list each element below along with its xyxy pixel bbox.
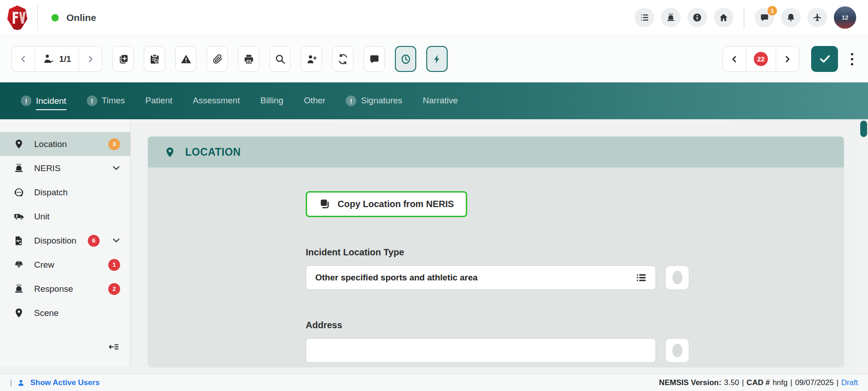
tab-incident[interactable]: ! Incident bbox=[21, 96, 66, 106]
forms-button[interactable] bbox=[144, 46, 165, 72]
next-validation-button[interactable] bbox=[776, 46, 799, 71]
address-field: Address bbox=[306, 320, 844, 363]
helmet-icon bbox=[14, 259, 24, 270]
sync-button[interactable] bbox=[332, 46, 353, 72]
print-icon bbox=[243, 54, 254, 65]
siren-icon bbox=[14, 284, 24, 294]
navbar-actions: 1 12 bbox=[635, 6, 856, 29]
add-record-button[interactable] bbox=[112, 46, 134, 72]
search-button[interactable] bbox=[269, 46, 291, 72]
sidebar-badge: 6 bbox=[88, 235, 100, 247]
document-icon bbox=[14, 235, 24, 246]
chevron-down-icon bbox=[112, 237, 120, 244]
toggle-oval bbox=[672, 271, 682, 284]
sidebar-item-response[interactable]: Response 2 bbox=[0, 277, 130, 301]
tab-signatures[interactable]: ! Signatures bbox=[346, 96, 402, 107]
quick-actions-button[interactable] bbox=[426, 46, 448, 72]
incident-location-type-input[interactable]: Other specified sports and athletic area bbox=[306, 265, 656, 290]
previous-validation-button[interactable] bbox=[723, 46, 746, 71]
collapse-sidebar-icon bbox=[108, 341, 119, 352]
chevron-right-icon bbox=[87, 56, 94, 63]
comments-button[interactable] bbox=[363, 46, 385, 72]
list-select-icon[interactable] bbox=[636, 272, 646, 283]
tab-patient[interactable]: Patient bbox=[146, 96, 172, 107]
more-options-button[interactable] bbox=[848, 50, 857, 69]
sidebar-item-neris[interactable]: NERIS bbox=[0, 156, 130, 180]
paperclip-icon bbox=[212, 54, 223, 65]
copy-icon bbox=[319, 198, 330, 210]
tab-assessment[interactable]: Assessment bbox=[193, 96, 240, 107]
section-sidebar: Location 3 NERIS Dispatch bbox=[0, 119, 131, 367]
sidebar-item-scene[interactable]: Scene bbox=[0, 301, 130, 325]
vertical-scrollbar[interactable] bbox=[859, 119, 868, 374]
sidebar-item-unit[interactable]: Unit bbox=[0, 204, 130, 229]
messages-button[interactable]: 1 bbox=[755, 8, 774, 27]
connection-status: Online bbox=[51, 12, 96, 23]
field-label: Incident Location Type bbox=[306, 247, 844, 258]
location-type-toggle-button[interactable] bbox=[665, 265, 689, 290]
home-button[interactable] bbox=[714, 8, 733, 27]
clock-icon bbox=[400, 54, 411, 65]
alerts-button[interactable] bbox=[175, 46, 197, 72]
tab-billing[interactable]: Billing bbox=[260, 96, 283, 107]
tab-narrative[interactable]: Narrative bbox=[423, 96, 458, 107]
record-date: 09/07/2025 bbox=[795, 378, 834, 387]
chevron-right-icon bbox=[784, 56, 791, 63]
app-logo-icon[interactable] bbox=[7, 5, 27, 30]
validation-badge: 22 bbox=[754, 52, 768, 66]
chevron-left-icon bbox=[20, 56, 27, 63]
siren-button[interactable] bbox=[661, 8, 681, 27]
person-icon bbox=[17, 379, 25, 387]
divider bbox=[744, 7, 744, 29]
tab-times[interactable]: ! Times bbox=[87, 96, 125, 107]
person-add-icon bbox=[306, 54, 317, 65]
address-toggle-button[interactable] bbox=[665, 338, 689, 363]
pin-icon bbox=[164, 147, 176, 158]
address-input[interactable] bbox=[306, 338, 656, 363]
next-patient-button[interactable] bbox=[79, 46, 102, 71]
sync-icon bbox=[338, 54, 348, 65]
validation-pager: 22 bbox=[722, 46, 799, 72]
sidebar-badge: 3 bbox=[108, 138, 120, 150]
list-icon bbox=[640, 13, 649, 22]
record-tabs: ! Incident ! Times Patient Assessment Bi… bbox=[0, 82, 868, 119]
travel-mode-button[interactable] bbox=[807, 8, 827, 27]
status-bar: | Show Active Users NEMSIS Version: 3.50… bbox=[0, 374, 868, 391]
tab-other[interactable]: Other bbox=[304, 96, 326, 107]
search-icon bbox=[275, 54, 286, 65]
validation-count[interactable]: 22 bbox=[746, 46, 776, 71]
sidebar-item-disposition[interactable]: Disposition 6 bbox=[0, 229, 130, 253]
alert-badge: ! bbox=[21, 96, 31, 106]
add-person-button[interactable] bbox=[301, 46, 322, 72]
sidebar-item-label: Response bbox=[34, 284, 73, 294]
pin-icon bbox=[14, 139, 24, 149]
toggle-oval bbox=[672, 344, 682, 357]
copy-location-from-neris-button[interactable]: Copy Location from NERIS bbox=[306, 191, 467, 217]
attachments-button[interactable] bbox=[207, 46, 228, 72]
info-icon bbox=[692, 13, 702, 22]
bell-icon bbox=[786, 13, 796, 22]
patient-count[interactable]: 1/1 bbox=[35, 46, 79, 71]
notifications-button[interactable] bbox=[781, 8, 801, 27]
headset-icon bbox=[14, 187, 24, 198]
sidebar-item-crew[interactable]: Crew 1 bbox=[0, 253, 130, 277]
sidebar-item-label: NERIS bbox=[34, 163, 61, 173]
list-button[interactable] bbox=[635, 8, 654, 27]
confirm-button[interactable] bbox=[811, 46, 838, 72]
scrollbar-thumb[interactable] bbox=[860, 121, 867, 137]
check-icon bbox=[818, 53, 831, 66]
sidebar-item-location[interactable]: Location 3 bbox=[0, 132, 130, 156]
siren-icon bbox=[666, 13, 676, 22]
sidebar-item-label: Scene bbox=[34, 308, 59, 318]
info-button[interactable] bbox=[687, 8, 707, 27]
avatar[interactable]: 12 bbox=[834, 6, 856, 29]
draft-status-link[interactable]: Draft bbox=[841, 378, 858, 387]
time-tracking-button[interactable] bbox=[395, 46, 416, 72]
show-active-users-link[interactable]: | Show Active Users bbox=[10, 378, 100, 387]
print-button[interactable] bbox=[238, 46, 259, 72]
add-record-icon bbox=[118, 54, 129, 65]
sidebar-item-dispatch[interactable]: Dispatch bbox=[0, 180, 130, 204]
messages-badge: 1 bbox=[767, 6, 777, 15]
previous-patient-button[interactable] bbox=[12, 46, 35, 71]
collapse-sidebar-button[interactable] bbox=[108, 341, 119, 352]
